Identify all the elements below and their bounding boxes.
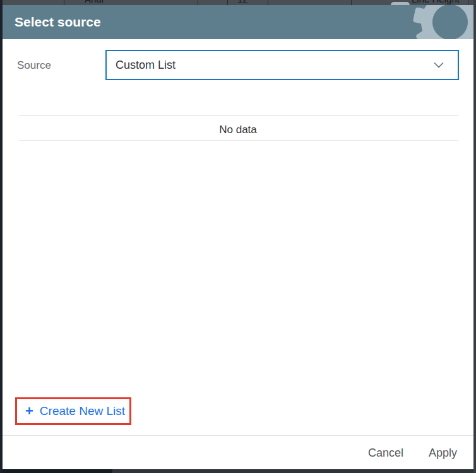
background-toolbar-strip: Arial 12 Line Height [3, 0, 473, 5]
cancel-button[interactable]: Cancel [358, 441, 414, 465]
dialog-title: Select source [15, 5, 101, 39]
toolbar-font-fragment: Arial [85, 0, 104, 4]
list-separator-top [19, 115, 458, 116]
toolbar-divider [198, 0, 198, 5]
toolbar-fontsize-fragment: 12 [237, 0, 248, 4]
apply-button[interactable]: Apply [419, 441, 467, 465]
create-new-list-button[interactable]: + Create New List [17, 399, 129, 423]
toolbar-divider [468, 0, 468, 5]
chevron-down-icon [434, 62, 444, 68]
source-select-value: Custom List [116, 59, 176, 72]
dialog-header: Select source [3, 5, 473, 39]
list-separator-bottom [19, 140, 458, 141]
select-source-dialog: Select source Source Custom List [3, 5, 473, 469]
toolbar-divider [268, 0, 268, 5]
plus-icon: + [25, 404, 33, 418]
page-edge-right [473, 0, 476, 473]
create-new-list-label: Create New List [40, 404, 125, 418]
page-edge-bottom-left [3, 469, 112, 473]
no-data-text: No data [3, 119, 473, 140]
source-select[interactable]: Custom List [105, 50, 459, 80]
source-label: Source [17, 59, 51, 72]
page-edge-bottom-right [112, 469, 473, 473]
gear-icon [403, 5, 473, 39]
toolbar-divider [64, 0, 64, 5]
footer-separator [3, 435, 473, 436]
toolbar-lineheight-fragment: Line Height [412, 0, 460, 4]
toolbar-divider [351, 0, 352, 5]
toolbar-divider [227, 0, 228, 5]
footer: Cancel Apply [358, 441, 467, 465]
annotation-highlight: + Create New List [15, 397, 131, 425]
